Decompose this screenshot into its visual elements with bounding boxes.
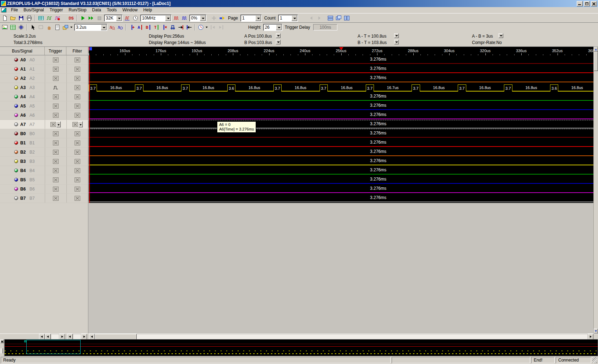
bus-signal-cell[interactable]: B7B7 [0,194,45,203]
signal-row-B3[interactable]: B3B3 [0,157,88,166]
run-repeat-icon[interactable] [87,14,95,22]
vertical-scrollbar[interactable] [593,47,598,333]
view-region-box[interactable] [26,340,81,354]
dropdown-arrow-icon[interactable] [205,24,209,31]
filter-header[interactable]: Filter [66,47,88,55]
scroll-down-icon[interactable] [594,329,598,333]
signal-row-B5[interactable]: B5B5 [0,175,88,184]
signal-row-B4[interactable]: B4B4 [0,166,88,175]
bus-signal-cell[interactable]: B6B6 [0,184,45,193]
new-file-icon[interactable] [1,14,9,22]
menu-item-trigger[interactable]: Trigger [47,7,66,13]
signal-row-B6[interactable]: B6B6 [0,184,88,194]
wave-row-B0[interactable]: 3.276ms [89,129,593,138]
overview-waveform[interactable]: B [4,339,598,356]
bus-signal-cell[interactable]: B2B2 [0,148,45,156]
stop-icon[interactable] [95,14,103,22]
signal-row-B1[interactable]: B1B1 [0,138,88,148]
layers-icon[interactable] [61,23,70,31]
trigger-scroll-track[interactable] [51,334,59,340]
data-grid-icon[interactable] [9,23,17,31]
dont-care-filter-icon[interactable] [75,140,80,145]
dont-care-trigger-icon[interactable] [53,113,59,118]
navigator-grip-icon[interactable] [1,348,3,353]
a-minus-b-dropdown-icon[interactable] [499,33,503,38]
dont-care-trigger-icon[interactable] [53,168,59,173]
trigger-delay-field[interactable]: 100ns [313,24,337,31]
filter-scroll-right-icon[interactable] [81,334,87,340]
trigger-cell-A2[interactable] [45,74,67,83]
dropdown-arrow-icon[interactable] [116,15,122,21]
wave-row-B6[interactable]: 3.276ms [89,184,593,194]
memory-depth-select[interactable]: 32K [104,15,123,22]
bus-signal-header[interactable]: Bus/Signal [0,47,45,55]
trigger-cell-A3[interactable] [45,83,67,92]
signal-row-B7[interactable]: B7B7 [0,194,88,203]
goto-a-bar-icon[interactable] [177,23,185,31]
bus-setup-icon[interactable] [37,14,45,22]
filter-scroll-left-icon[interactable] [67,334,73,340]
wave-scroll-thumb[interactable] [95,334,137,340]
trigger-cell-A0[interactable] [45,55,67,64]
maximize-icon[interactable] [584,1,590,6]
trigger-ratio-select[interactable]: 0% [189,15,206,22]
trigger-cell-B6[interactable] [45,184,67,193]
trigger-scroll-left-icon[interactable] [45,334,51,340]
signal-row-A0[interactable]: A0A0 [0,55,88,65]
dropdown-arrow-icon[interactable] [255,15,261,21]
menu-item-window[interactable]: Window [120,7,141,13]
signal-row-A4[interactable]: A4A4 [0,92,88,101]
goto-b-bar-icon[interactable] [185,23,193,31]
page-select[interactable]: 1 [240,15,262,22]
prev-data-icon[interactable] [307,14,315,22]
dont-care-filter-icon[interactable] [75,150,80,155]
dont-care-trigger-icon[interactable] [50,122,56,127]
filter-cell-B3[interactable] [66,157,88,166]
next-transition-icon[interactable] [217,23,225,31]
dont-care-filter-icon[interactable] [75,57,80,62]
find-icon[interactable] [169,23,177,31]
dont-care-filter-icon[interactable] [75,187,80,192]
bus-signal-cell[interactable]: A4A4 [0,92,45,101]
wave-scroll-right-icon[interactable] [588,334,593,340]
dont-care-filter-icon[interactable] [75,177,80,182]
noise-filter-red-icon[interactable] [172,14,180,22]
t-bar-icon[interactable]: T [152,23,161,31]
filter-scroll-track[interactable] [73,334,81,340]
wave-row-A1[interactable]: 3.276ms [89,65,593,74]
dont-care-trigger-icon[interactable] [53,196,59,201]
dropdown-arrow-icon[interactable] [276,24,282,30]
trigger-cell-A7[interactable] [45,120,67,129]
zoom-select-icon[interactable] [37,23,45,31]
prev-transition-icon[interactable] [209,23,217,31]
bus-signal-cell[interactable]: A5A5 [0,101,45,110]
menu-item-run-stop[interactable]: Run/Stop [66,7,89,13]
wave-row-B2[interactable]: 3.276ms [89,148,593,157]
cascade-window-icon[interactable] [335,14,343,22]
minimize-icon[interactable] [577,1,583,6]
pointer-icon[interactable] [29,23,37,31]
bus-signal-cell[interactable]: A3A3 [0,83,45,92]
wave-scroll-left-icon[interactable] [89,334,95,340]
close-icon[interactable] [591,1,597,6]
bus-signal-cell[interactable]: B5B5 [0,175,45,184]
dont-care-trigger-icon[interactable] [53,159,59,164]
display-scale-select[interactable]: 3.2us [74,24,107,31]
bus-signal-cell[interactable]: A1A1 [0,65,45,73]
waveform-display[interactable]: 160us176us192us208us224us240us256us272us… [89,47,593,203]
filter-cell-A5[interactable] [66,101,88,110]
wave-row-B7[interactable]: 3.276ms [89,194,593,203]
delete-bar-icon[interactable] [161,23,169,31]
dont-care-filter-icon[interactable] [75,168,80,173]
dont-care-filter-icon[interactable] [75,159,80,164]
notes-icon[interactable] [53,23,61,31]
filter-cell-B2[interactable] [66,148,88,156]
trigger-cell-B5[interactable] [45,175,67,184]
filter-cell-A0[interactable] [66,55,88,64]
filter-cell-B1[interactable] [66,138,88,147]
b-pos-dropdown-icon[interactable] [276,40,281,44]
signal-row-B0[interactable]: B0B0 [0,129,88,138]
trigger-cell-A6[interactable] [45,111,67,120]
dont-care-trigger-icon[interactable] [53,76,59,81]
filter-cell-B6[interactable] [66,184,88,193]
